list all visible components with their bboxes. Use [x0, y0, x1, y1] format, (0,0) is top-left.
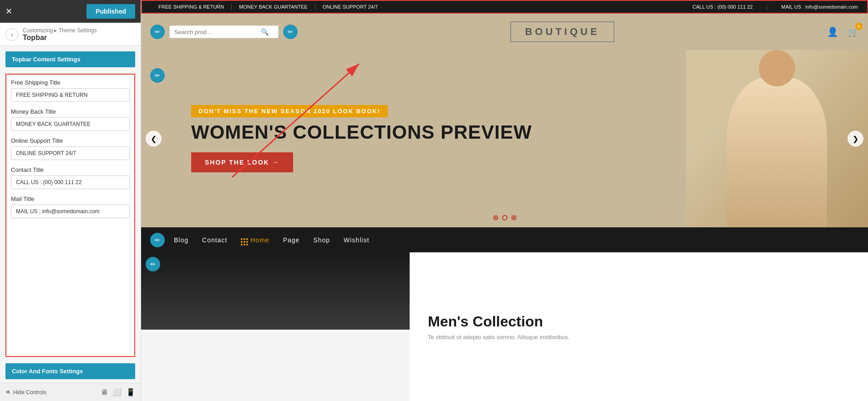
hide-controls-button[interactable]: 👁 Hide Controls — [5, 389, 46, 396]
online-support-input[interactable] — [11, 146, 130, 160]
site-nav: ✏ Blog Contact Home Page Shop Wishlist — [141, 227, 868, 252]
site-preview: FREE SHIPPING & RETURN MONEY BACK GUARTA… — [141, 0, 868, 401]
mobile-view-button[interactable]: 📱 — [126, 388, 135, 396]
hero-dot-1[interactable] — [493, 215, 498, 221]
header-right: 👤 🛒 0 — [827, 26, 859, 37]
topbar-call-us: CALL US : (00) 000 111 22 — [692, 4, 752, 10]
panel-topbar: ✕ Published — [0, 0, 141, 23]
panel-footer: 👁 Hide Controls 🖥 ⬜ 📱 — [0, 383, 141, 401]
free-shipping-input[interactable] — [11, 88, 130, 102]
back-button[interactable]: ‹ — [5, 28, 18, 41]
hero-dots — [493, 215, 517, 221]
free-shipping-label: Free Shipping Title — [11, 79, 130, 86]
hero-dot-2[interactable] — [502, 215, 508, 221]
topbar-money-back: MONEY BACK GUARTANTEE — [232, 4, 315, 10]
site-logo: BOUTIQUE — [510, 21, 614, 42]
topbar-items: FREE SHIPPING & RETURN MONEY BACK GUARTA… — [151, 4, 385, 10]
desktop-view-button[interactable]: 🖥 — [101, 388, 108, 396]
panel-title: Topbar — [23, 34, 97, 42]
published-button[interactable]: Published — [86, 4, 135, 19]
breadcrumb: Customizing ▸ Theme Settings — [23, 27, 97, 34]
mens-collection-subtitle: Te obtinuit ut adepto satis somno. Aliis… — [428, 334, 850, 341]
online-support-label: Online Support Title — [11, 137, 130, 144]
nav-item-contact[interactable]: Contact — [202, 236, 227, 244]
shop-the-look-button[interactable]: SHOP THE LOOK → — [191, 152, 293, 172]
online-support-group: Online Support Title — [11, 137, 130, 160]
home-dots-icon — [241, 234, 248, 246]
device-icons: 🖥 ⬜ 📱 — [101, 388, 135, 396]
topbar-content-settings-button[interactable]: Topbar Content Settings — [5, 51, 135, 67]
hero-prev-button[interactable]: ❮ — [146, 131, 162, 147]
mens-edit-icon[interactable]: ✏ — [146, 257, 160, 271]
form-section: Free Shipping Title Money Back Title Onl… — [5, 74, 135, 357]
nav-item-shop[interactable]: Shop — [313, 236, 330, 244]
header-right-edit-icon[interactable]: ✏ — [283, 25, 298, 39]
logo-area: BOUTIQUE — [298, 21, 827, 42]
hero-image — [686, 50, 868, 227]
topbar-mail-us: MAIL US : info@somedomain.com — [782, 4, 858, 10]
topbar-contact: CALL US : (00) 000 111 22 | MAIL US : in… — [692, 4, 858, 10]
nav-items: Blog Contact Home Page Shop Wishlist — [174, 234, 369, 246]
free-shipping-group: Free Shipping Title — [11, 79, 130, 102]
mens-collection-title: Men's Collection — [428, 313, 850, 330]
hero-section: ❮ ✏ DON'T MISS THE NEW SEASON 2020 LOOK … — [141, 50, 868, 227]
mens-collection-image: ✏ — [141, 252, 410, 330]
user-icon[interactable]: 👤 — [827, 26, 838, 37]
search-box: 🔍 — [169, 25, 279, 38]
contact-title-label: Contact Title — [11, 166, 130, 173]
hero-subtitle: DON'T MISS THE NEW SEASON 2020 LOOK BOOK… — [191, 105, 388, 117]
mail-title-group: Mail Title — [11, 195, 130, 218]
hero-edit-icon[interactable]: ✏ — [150, 68, 165, 83]
contact-title-input[interactable] — [11, 175, 130, 189]
cart-icon-wrap[interactable]: 🛒 0 — [848, 26, 859, 37]
breadcrumb-section: ‹ Customizing ▸ Theme Settings Topbar — [0, 23, 141, 46]
contact-title-group: Contact Title — [11, 166, 130, 189]
money-back-label: Money Back Title — [11, 108, 130, 115]
cart-badge: 0 — [855, 23, 863, 30]
tablet-view-button[interactable]: ⬜ — [112, 388, 122, 396]
eye-icon: 👁 — [5, 389, 11, 396]
nav-item-blog[interactable]: Blog — [174, 236, 188, 244]
close-button[interactable]: ✕ — [5, 6, 12, 16]
hero-next-button[interactable]: ❯ — [848, 131, 863, 147]
search-icon: 🔍 — [261, 28, 269, 35]
bottom-section: ✏ Men's Collection Te obtinuit ut adepto… — [141, 252, 868, 401]
site-header: ✏ 🔍 ✏ BOUTIQUE 👤 🛒 0 — [141, 14, 868, 50]
topbar-free-shipping: FREE SHIPPING & RETURN — [151, 4, 232, 10]
money-back-input[interactable] — [11, 117, 130, 131]
mail-title-label: Mail Title — [11, 195, 130, 202]
hero-content: ✏ DON'T MISS THE NEW SEASON 2020 LOOK BO… — [141, 87, 686, 190]
hero-person-image — [686, 50, 868, 227]
search-input[interactable] — [174, 29, 261, 35]
money-back-group: Money Back Title — [11, 108, 130, 131]
nav-item-page[interactable]: Page — [283, 236, 300, 244]
hero-dot-3[interactable] — [511, 215, 517, 221]
nav-item-home[interactable]: Home — [241, 234, 269, 246]
nav-edit-icon[interactable]: ✏ — [150, 233, 165, 247]
topbar-online-support: ONLINE SUPPORT 24/7 — [315, 4, 385, 10]
customizer-panel: ✕ Published ‹ Customizing ▸ Theme Settin… — [0, 0, 141, 401]
mail-title-input[interactable] — [11, 205, 130, 218]
mens-collection-text: Men's Collection Te obtinuit ut adepto s… — [410, 252, 868, 401]
hero-title: WOMEN'S COLLECTIONS PREVIEW — [191, 122, 659, 143]
nav-item-wishlist[interactable]: Wishlist — [344, 236, 369, 244]
color-fonts-settings-button[interactable]: Color And Fonts Settings — [5, 363, 135, 379]
header-edit-icon[interactable]: ✏ — [150, 25, 165, 39]
site-topbar: FREE SHIPPING & RETURN MONEY BACK GUARTA… — [141, 0, 868, 14]
hero-wrapper: ❮ ✏ DON'T MISS THE NEW SEASON 2020 LOOK … — [141, 50, 868, 227]
hide-controls-label: Hide Controls — [13, 389, 46, 396]
